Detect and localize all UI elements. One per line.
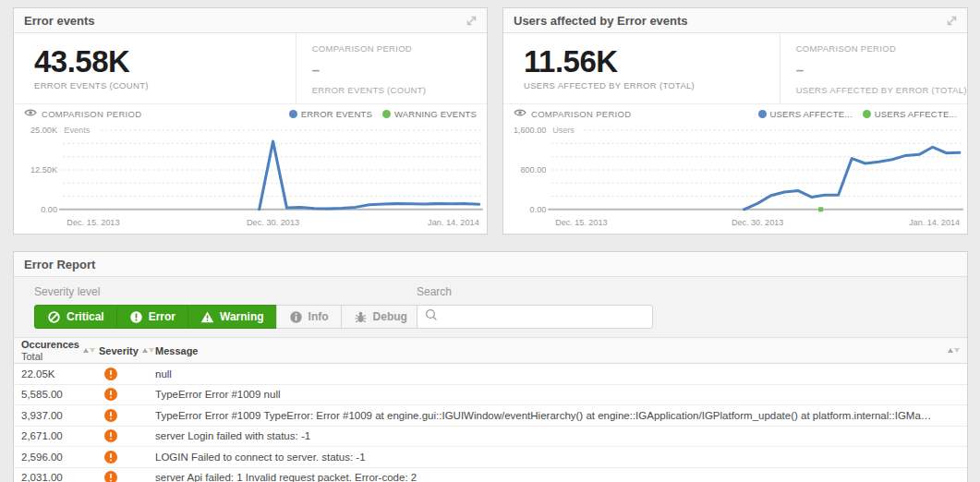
message-value: TypeError Error #1009 null: [155, 389, 932, 400]
comparison-stat: COMPARISON PERIOD – ERROR EVENTS (COUNT): [296, 33, 487, 103]
occurrences-value: 3,937.00: [21, 410, 99, 421]
report-filters: Severity level Critical Error: [14, 277, 967, 337]
table-row[interactable]: 22.05K null: [14, 364, 967, 385]
y-axis-tick-label: 800.00: [521, 165, 547, 175]
filter-error-button[interactable]: Error: [116, 305, 188, 329]
comparison-period-toggle[interactable]: COMPARISON PERIOD: [514, 108, 631, 119]
error-severity-icon: [104, 368, 155, 380]
panel-header: Error Report: [14, 252, 967, 277]
occurrences-value: 5,585.00: [21, 389, 99, 400]
y-axis-unit-label: Events: [64, 126, 91, 135]
filter-label: Critical: [67, 310, 104, 323]
filter-debug-button[interactable]: Debug: [341, 305, 420, 329]
filter-label: Info: [309, 310, 329, 323]
users-affected-panel: Users affected by Error events 11.56K US…: [502, 7, 968, 235]
expand-icon[interactable]: [466, 15, 478, 27]
comparison-toggle-label: COMPARISON PERIOD: [531, 109, 631, 119]
search-box[interactable]: [417, 305, 653, 329]
message-value: server Login failed with status: -1: [155, 430, 932, 441]
error-events-panel: Error events 43.58K ERROR EVENTS (COUNT)…: [13, 7, 488, 235]
stat-value: 11.56K: [524, 46, 780, 77]
x-axis-tick-label: Dec. 30. 2013: [247, 218, 299, 227]
green-dot-icon: [863, 110, 871, 118]
stat-main: 43.58K ERROR EVENTS (COUNT): [14, 33, 296, 103]
error-events-line-chart[interactable]: 25.00K12.50K0.00EventsDec. 15. 2013Dec. …: [14, 123, 487, 233]
error-report-panel: Error Report Severity level Critical Err…: [13, 251, 968, 482]
comparison-stat: COMPARISON PERIOD – USERS AFFECTED BY ER…: [780, 33, 967, 103]
severity-level-label: Severity level: [34, 285, 417, 298]
comparison-value: –: [312, 62, 487, 78]
filter-warning-button[interactable]: Warning: [188, 305, 277, 329]
table-row[interactable]: 2,031.00 server Api failed: 1 Invalid re…: [14, 468, 967, 482]
comparison-period-toggle[interactable]: COMPARISON PERIOD: [24, 108, 141, 119]
legend-item-users-warning[interactable]: USERS AFFECTE...: [863, 109, 957, 119]
users-affected-line-chart[interactable]: 1,600.00800.000.00UsersDec. 15. 2013Dec.…: [503, 123, 967, 233]
occurrences-value: 22.05K: [21, 368, 99, 380]
legend-label: USERS AFFECTE...: [770, 109, 853, 119]
legend-label: USERS AFFECTE...: [875, 109, 957, 119]
stat-label: ERROR EVENTS (COUNT): [34, 80, 296, 90]
eye-icon: [24, 108, 37, 119]
bug-icon: [354, 310, 368, 324]
stat-main: 11.56K USERS AFFECTED BY ERROR (TOTAL): [503, 33, 780, 103]
message-value: server Api failed: 1 Invalid request pac…: [155, 472, 932, 482]
y-axis-tick-label: 0.00: [530, 205, 547, 214]
column-occurrences: Occurences Total: [21, 339, 79, 362]
eye-icon: [514, 108, 526, 119]
comparison-label: ERROR EVENTS (COUNT): [312, 85, 487, 95]
blue-dot-icon: [758, 110, 767, 118]
table-row[interactable]: 5,585.00 TypeError Error #1009 null: [14, 385, 967, 406]
x-axis-tick-label: Jan. 14. 2014: [428, 218, 479, 227]
table-row[interactable]: 3,937.00 TypeError Error #1009 TypeError…: [14, 405, 967, 427]
series-point: [818, 207, 823, 211]
legend-item-warning-events[interactable]: WARNING EVENTS: [382, 109, 477, 119]
error-severity-icon: [104, 451, 155, 464]
table-row[interactable]: 2,596.00 LOGIN Failed to connect to serv…: [14, 447, 967, 468]
legend-label: ERROR EVENTS: [301, 109, 372, 119]
ban-icon: [47, 310, 61, 324]
warning-triangle-icon: [200, 310, 214, 324]
expand-icon[interactable]: [946, 15, 958, 27]
filter-label: Warning: [220, 310, 264, 323]
filter-label: Error: [149, 310, 175, 323]
charts-row: Error events 43.58K ERROR EVENTS (COUNT)…: [0, 0, 980, 235]
severity-filter-block: Severity level Critical Error: [34, 285, 417, 329]
blue-dot-icon: [289, 110, 297, 118]
chart-legend: ERROR EVENTS WARNING EVENTS: [289, 109, 477, 119]
y-axis-tick-label: 0.00: [41, 205, 57, 214]
occurrences-value: 2,031.00: [21, 472, 99, 482]
table-row[interactable]: 2,671.00 server Login failed with status…: [14, 427, 967, 448]
sort-occurrences-icons[interactable]: [83, 348, 95, 353]
panel-title: Error events: [24, 14, 95, 28]
table-header: Occurences Total Severity Message: [14, 337, 967, 364]
message-value: null: [155, 368, 932, 380]
search-icon: [425, 308, 438, 325]
sort-severity-icons[interactable]: [142, 348, 154, 353]
message-value: LOGIN Failed to connect to server. statu…: [155, 452, 932, 463]
error-severity-icon: [104, 409, 155, 422]
chart-area: 1,600.00800.000.00UsersDec. 15. 2013Dec.…: [503, 123, 967, 233]
occurrences-value: 2,671.00: [21, 430, 99, 441]
error-severity-icon: [104, 429, 155, 442]
column-severity: Severity: [99, 345, 139, 356]
y-axis-tick-label: 25.00K: [30, 126, 57, 135]
x-axis-tick-label: Dec. 15. 2013: [555, 218, 607, 227]
filter-info-button[interactable]: Info: [276, 305, 342, 329]
comparison-toggle-label: COMPARISON PERIOD: [42, 109, 141, 119]
sort-right-icons[interactable]: [948, 348, 960, 353]
comparison-title: COMPARISON PERIOD: [796, 43, 967, 54]
panel-title: Users affected by Error events: [514, 14, 688, 28]
stat-value: 43.58K: [34, 46, 296, 77]
message-value: TypeError Error #1009 TypeError: Error #…: [155, 410, 932, 421]
legend-label: WARNING EVENTS: [394, 109, 477, 119]
comparison-title: COMPARISON PERIOD: [312, 43, 487, 54]
error-severity-icon: [104, 471, 155, 482]
search-input[interactable]: [443, 309, 645, 324]
stat-row: 43.58K ERROR EVENTS (COUNT) COMPARISON P…: [14, 33, 487, 104]
chart-toolbar: COMPARISON PERIOD ERROR EVENTS WARNING E…: [14, 104, 487, 123]
panel-title: Error Report: [24, 258, 95, 271]
legend-item-users-error[interactable]: USERS AFFECTE...: [758, 109, 853, 119]
y-axis-tick-label: 12.50K: [30, 165, 57, 175]
filter-critical-button[interactable]: Critical: [34, 305, 117, 329]
legend-item-error-events[interactable]: ERROR EVENTS: [289, 109, 372, 119]
